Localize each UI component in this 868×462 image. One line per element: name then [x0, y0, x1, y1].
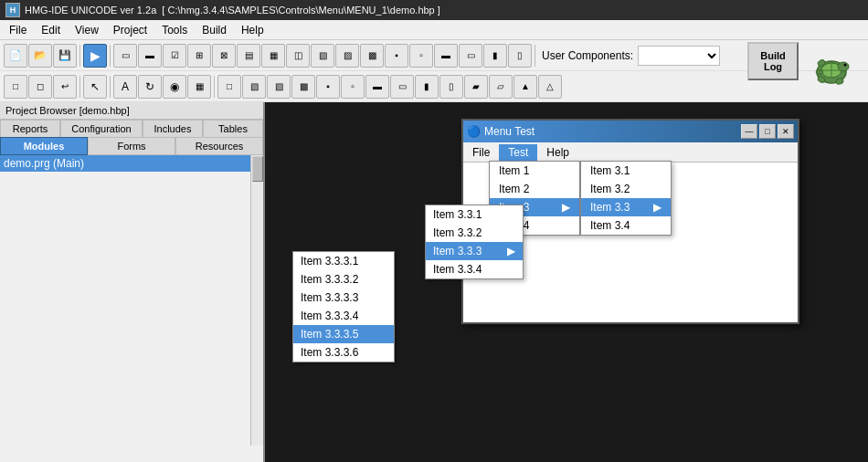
menu-window-controls: — □ ✕	[741, 124, 794, 139]
sub3-item-4[interactable]: Item 3.3.3.4	[293, 307, 394, 325]
btn-r16[interactable]: ▱	[489, 75, 513, 99]
btn-r11[interactable]: ▬	[365, 75, 389, 99]
btn-r2[interactable]: ◻	[28, 75, 52, 99]
sub1-item-1[interactable]: Item 3.1	[581, 162, 671, 180]
btn-r1[interactable]: □	[4, 75, 27, 99]
btn-r8[interactable]: ▩	[291, 75, 315, 99]
menu-build[interactable]: Build	[195, 22, 234, 38]
tab-tables[interactable]: Tables	[203, 120, 263, 137]
sub3-item-3[interactable]: Item 3.3.3.3	[293, 289, 394, 307]
btn-r3[interactable]: ↩	[53, 75, 77, 99]
btn-t17[interactable]: ▯	[508, 44, 532, 68]
btn-r12[interactable]: ▭	[390, 75, 414, 99]
sub1-item-4[interactable]: Item 3.4	[581, 216, 671, 235]
dropdown-item-1[interactable]: Item 1	[490, 162, 579, 180]
btn-t16[interactable]: ▮	[483, 44, 507, 68]
menu-window-help[interactable]: Help	[537, 144, 578, 161]
sub2-item-1[interactable]: Item 3.3.1	[426, 205, 523, 224]
build-log-button[interactable]: Build Log	[747, 42, 799, 80]
btn-cursor[interactable]: ↖	[83, 75, 107, 99]
tab-resources[interactable]: Resources	[175, 137, 263, 155]
btn-t3[interactable]: ☑	[163, 44, 186, 68]
tab-configuration[interactable]: Configuration	[60, 120, 143, 137]
menu-file[interactable]: File	[2, 22, 34, 38]
btn-t15[interactable]: ▭	[459, 44, 482, 68]
btn-r13[interactable]: ▮	[415, 75, 439, 99]
tab-modules[interactable]: Modules	[0, 137, 88, 155]
tab-forms[interactable]: Forms	[88, 137, 175, 155]
sub2-item-2[interactable]: Item 3.3.2	[426, 224, 523, 242]
menu-project[interactable]: Project	[106, 22, 154, 38]
sub3-item-6[interactable]: Item 3.3.3.6	[293, 343, 394, 362]
menu-window-test[interactable]: Test	[499, 144, 537, 161]
btn-t10[interactable]: ▨	[335, 44, 359, 68]
title-bar-text: HMG-IDE UNICODE ver 1.2a [ C:\hmg.3.4.4\…	[25, 5, 440, 16]
btn-t2[interactable]: ▬	[138, 44, 162, 68]
btn-r15[interactable]: ▰	[464, 75, 488, 99]
btn-r4[interactable]: ▦	[187, 75, 211, 99]
btn-t9[interactable]: ▧	[311, 44, 334, 68]
sub2-item-3[interactable]: Item 3.3.3 ▶	[426, 242, 523, 260]
user-components-select[interactable]	[638, 46, 720, 66]
sub3-item-1[interactable]: Item 3.3.3.1	[293, 252, 394, 270]
tree-scrollbar[interactable]	[250, 155, 263, 446]
btn-t12[interactable]: ▪	[385, 44, 408, 68]
menu-view[interactable]: View	[68, 22, 106, 38]
tree-item-demo[interactable]: demo.prg (Main)	[0, 155, 263, 172]
btn-save[interactable]: 💾	[53, 44, 77, 68]
tab-includes[interactable]: Includes	[143, 120, 203, 137]
btn-r6[interactable]: ▧	[242, 75, 266, 99]
btn-minimize[interactable]: —	[741, 124, 757, 139]
btn-t13[interactable]: ▫	[409, 44, 433, 68]
btn-t4[interactable]: ⊞	[187, 44, 211, 68]
btn-new[interactable]: 📄	[4, 44, 27, 68]
title-bar: H HMG-IDE UNICODE ver 1.2a [ C:\hmg.3.4.…	[0, 0, 868, 20]
btn-open[interactable]: 📂	[28, 44, 52, 68]
sep2	[110, 45, 111, 67]
btn-r7[interactable]: ▨	[267, 75, 291, 99]
btn-maximize[interactable]: □	[759, 124, 776, 139]
toolbar-row2: □ ◻ ↩ ↖ A ↻ ◉ ▦ □ ▧ ▨ ▩ ▪ ▫ ▬ ▭ ▮ ▯ ▰ ▱ …	[0, 71, 868, 102]
btn-r14[interactable]: ▯	[439, 75, 463, 99]
sub1-item-3[interactable]: Item 3.3 ▶	[581, 198, 671, 216]
menu-tools[interactable]: Tools	[154, 22, 195, 38]
menu-edit[interactable]: Edit	[34, 22, 68, 38]
submenu-3: Item 3.3.3.1 Item 3.3.3.2 Item 3.3.3.3 I…	[292, 251, 395, 362]
scroll-thumb[interactable]	[252, 156, 263, 182]
project-browser: Project Browser [demo.hbp] Reports Confi…	[0, 102, 265, 462]
btn-r9[interactable]: ▪	[316, 75, 340, 99]
sub1-item-2[interactable]: Item 3.2	[581, 180, 671, 198]
btn-circle[interactable]: ◉	[163, 75, 186, 99]
btn-t7[interactable]: ▦	[261, 44, 285, 68]
sub2-item-4[interactable]: Item 3.3.4	[426, 260, 523, 278]
sep-r3	[214, 76, 215, 98]
app-menu-bar: File Edit View Project Tools Build Help	[0, 20, 868, 40]
menu-window-file[interactable]: File	[463, 144, 499, 161]
btn-t8[interactable]: ◫	[286, 44, 310, 68]
svg-point-9	[816, 70, 823, 74]
sub3-item-2[interactable]: Item 3.3.3.2	[293, 270, 394, 289]
svg-point-5	[843, 63, 846, 66]
project-browser-title: Project Browser [demo.hbp]	[0, 102, 263, 120]
btn-r5[interactable]: □	[217, 75, 241, 99]
btn-t5[interactable]: ⊠	[212, 44, 236, 68]
btn-text[interactable]: A	[113, 75, 137, 99]
btn-r17[interactable]: ▲	[513, 75, 537, 99]
btn-t1[interactable]: ▭	[113, 44, 137, 68]
toolbar-row1: 📄 📂 💾 ▶ ▭ ▬ ☑ ⊞ ⊠ ▤ ▦ ◫ ▧ ▨ ▩ ▪ ▫ ▬ ▭ ▮ …	[0, 40, 868, 71]
tab-reports[interactable]: Reports	[0, 120, 60, 137]
btn-close[interactable]: ✕	[778, 124, 794, 139]
menu-help[interactable]: Help	[234, 22, 271, 38]
submenu-arrow-3: ▶	[507, 245, 515, 257]
btn-r18[interactable]: △	[538, 75, 562, 99]
btn-run[interactable]: ▶	[83, 44, 107, 68]
btn-t14[interactable]: ▬	[434, 44, 458, 68]
dropdown-item-2[interactable]: Item 2	[490, 180, 579, 198]
sep1	[79, 45, 80, 67]
btn-r10[interactable]: ▫	[341, 75, 365, 99]
btn-t11[interactable]: ▩	[360, 44, 384, 68]
sub3-item-5[interactable]: Item 3.3.3.5	[293, 325, 394, 343]
menu-window-title: 🔵 Menu Test	[467, 125, 535, 138]
btn-rotate[interactable]: ↻	[138, 75, 162, 99]
btn-t6[interactable]: ▤	[237, 44, 260, 68]
